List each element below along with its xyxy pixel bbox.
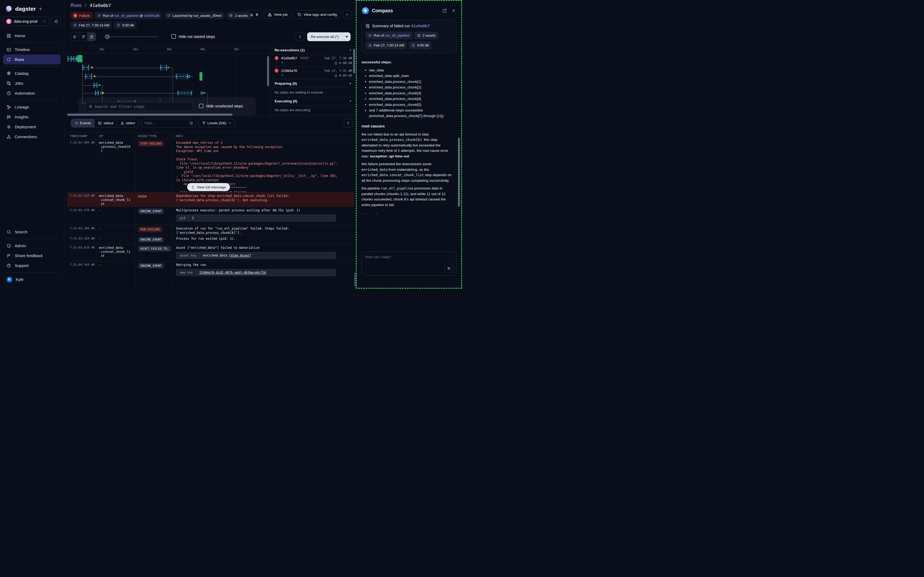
log-tabs: Events stdout stderr (71, 119, 139, 127)
gantt-step-bar[interactable] (160, 64, 167, 71)
log-timestamp: 7:31:02.433 AM (67, 192, 96, 206)
sidebar-item-label: Support (15, 263, 29, 268)
tab-stdout[interactable]: stdout (95, 119, 117, 127)
sidebar-item-timeline[interactable]: Timeline (3, 45, 61, 55)
log-row[interactable]: 7:31:03.266 AM-RUN_FAILUREExecution of r… (67, 225, 354, 235)
gantt-step-bar[interactable] (68, 56, 72, 62)
reexecute-dropdown[interactable] (342, 32, 350, 41)
summary-run-id-link[interactable]: 41a9a0b7 (411, 24, 430, 28)
clear-icon[interactable] (190, 121, 193, 125)
run-of-tag[interactable]: Run of run_etl_pipeline @ e2c051db (95, 12, 162, 19)
timed-view-button[interactable] (87, 32, 96, 41)
assets-tag[interactable]: 2 assets (414, 32, 438, 39)
expand-panel-button[interactable] (296, 32, 305, 41)
section-heading: root causes (361, 123, 454, 129)
gantt-step-bar[interactable] (94, 82, 97, 88)
hide-unselected-checkbox-row[interactable]: Hide unselected steps (199, 104, 243, 108)
sidebar-item-catalog[interactable]: Catalog (3, 68, 61, 78)
dagster-logo-icon (5, 5, 13, 13)
sidebar-item-runs[interactable]: Runs (3, 55, 61, 64)
more-actions-button[interactable] (343, 10, 352, 19)
reexecute-all-button[interactable]: Re-execute all (*) (307, 32, 350, 41)
zoom-slider[interactable] (105, 36, 158, 37)
notifications-button[interactable]: 0 (246, 10, 262, 19)
metadata-link[interactable]: [View Asset] (229, 254, 251, 257)
open-external-icon[interactable] (442, 8, 447, 13)
chat-input[interactable]: How can I help? (361, 251, 456, 276)
zoom-slider-knob[interactable] (105, 34, 110, 39)
sidebar-item-admin[interactable]: Admin (3, 241, 61, 251)
launched-by-tag[interactable]: Launched by run_assets_30min (164, 12, 224, 19)
sidebar-item-jobs[interactable]: Jobs (3, 78, 61, 88)
deployment-selector[interactable]: D data-eng-prod (3, 16, 49, 26)
metadata-link[interactable]: 22484a76-dcd2-487b-aeb3-db3bece6cf2d (199, 271, 266, 274)
indent-icon (81, 35, 85, 39)
log-row[interactable]: 7:31:03.170 AM-ENGINE_EVENTMultiprocess … (67, 207, 354, 225)
rows-icon (73, 35, 77, 39)
compass-scrollbar[interactable] (458, 138, 460, 206)
sidebar-item-search[interactable]: Search (3, 227, 61, 237)
sidebar-item-insights[interactable]: Insights (3, 112, 61, 122)
gantt-horizontal-scrollbar[interactable] (67, 114, 232, 116)
sidebar-item-deployment[interactable]: Deployment (3, 122, 61, 132)
gantt-step-bar[interactable] (85, 74, 92, 79)
view-job-button[interactable]: View job (264, 10, 292, 19)
log-row[interactable]: 7:31:03.629 AMenriched_data↳concat_chunk… (67, 244, 354, 261)
checkbox[interactable] (171, 34, 176, 39)
bullet-list: raw_dataenriched_data.split_rowsenriched… (365, 68, 454, 119)
chevron-down-icon (348, 48, 352, 52)
waterfall-view-button[interactable] (79, 32, 87, 41)
log-row[interactable]: 7:31:02.433 AMenriched_data↳concat_chunk… (67, 192, 354, 207)
bell-icon (250, 13, 254, 17)
user-name: Kyle (16, 277, 24, 282)
close-icon[interactable] (452, 8, 456, 13)
breadcrumb-runs-link[interactable]: Runs (71, 3, 82, 8)
run-of-tag[interactable]: Run of run_etl_pipeline (366, 32, 412, 39)
gantt-vertical-scrollbar[interactable] (267, 56, 269, 86)
log-row[interactable]: 7:31:04.343 AM-ENGINE_EVENTRetrying the … (67, 261, 354, 288)
sidebar-item-automation[interactable]: Automation (3, 88, 61, 98)
reexecution-item[interactable]: ! 41a9a0b7 ROOT Feb 27, 7:30 AM * 0:00:4… (270, 54, 356, 67)
reexecution-item[interactable]: ! 22484a76 Feb 27, 7:31 AM * 0:00:09 (270, 67, 356, 79)
sidebar-item-user[interactable]: K Kyle (3, 274, 61, 284)
collapse-sidebar-button[interactable] (51, 16, 61, 26)
executing-section-header[interactable]: Executing (0) (270, 97, 356, 106)
hide-not-started-checkbox-row[interactable]: Hide not started steps (171, 34, 215, 39)
run-id[interactable]: 22484a76 (281, 69, 297, 73)
pipeline-link[interactable]: run_etl_pipeline (385, 34, 410, 37)
run-id[interactable]: 41a9a0b7 (281, 56, 297, 60)
reexecutions-header[interactable]: Re-executions (1) (270, 46, 356, 54)
tab-stderr[interactable]: stderr (117, 119, 139, 127)
levels-dropdown[interactable]: Levels (5/6) (198, 119, 235, 127)
filter-placeholder: Filter... (145, 121, 187, 125)
sidebar-item-label: Catalog (15, 71, 29, 76)
gantt-step-bar[interactable] (82, 64, 89, 71)
sidebar-item-lineage[interactable]: Lineage (3, 102, 61, 112)
log-row[interactable]: 7:31:03.318 AM-ENGINE_EVENTProcess for r… (67, 235, 354, 244)
view-full-message-button[interactable]: View full message (187, 183, 230, 191)
sidebar-item-share-feedback[interactable]: Share feedback (3, 251, 61, 261)
sidebar-item-home[interactable]: Home (3, 31, 61, 40)
commit-link[interactable]: e2c051db (144, 14, 160, 18)
step-search-input[interactable]: Search and filter steps (85, 102, 193, 111)
flat-view-button[interactable] (71, 32, 79, 41)
view-tags-config-button[interactable]: View tags and config (293, 10, 340, 19)
list-item: enriched_data.process_chunk[3] (369, 90, 454, 96)
gantt-step-bar[interactable] (95, 90, 98, 95)
expand-logs-button[interactable] (344, 119, 353, 127)
gantt-connector-line (82, 85, 94, 86)
log-event-type: ENGINE_EVENT (135, 261, 173, 288)
checkbox[interactable] (199, 104, 203, 108)
preparing-section-header[interactable]: Preparing (0) (270, 79, 356, 88)
gantt-step-bar[interactable] (176, 74, 188, 79)
filter-input[interactable]: Filter... (142, 119, 196, 127)
gantt-step-bar[interactable] (200, 72, 202, 81)
send-button[interactable] (445, 264, 454, 273)
gantt-step-bar[interactable] (177, 90, 192, 95)
sidebar-item-connections[interactable]: Connections (3, 132, 61, 142)
log-info-line: in iterate_with_context (176, 178, 353, 182)
sidebar-item-support[interactable]: Support (3, 261, 61, 271)
reexecutions-scrollbar[interactable] (353, 49, 355, 74)
pipeline-link[interactable]: run_etl_pipeline (114, 14, 139, 18)
tab-events[interactable]: Events (71, 119, 95, 127)
